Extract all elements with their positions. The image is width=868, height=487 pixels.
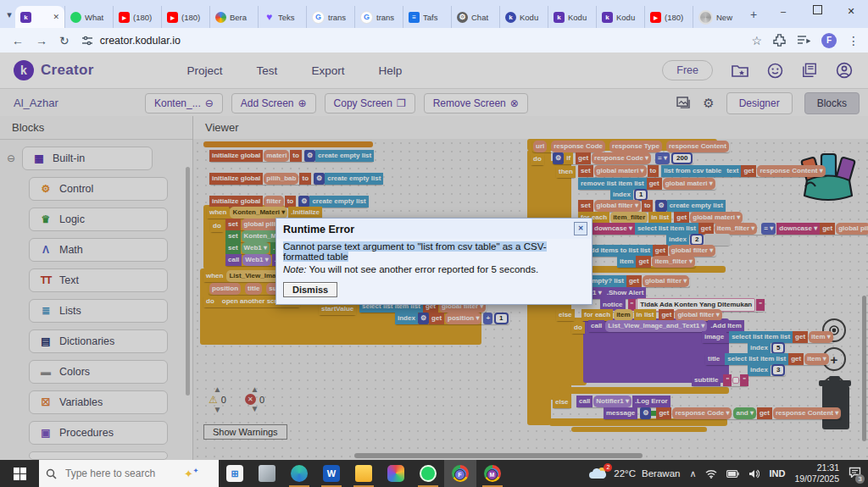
site-settings-icon[interactable] xyxy=(81,35,93,47)
kodular-favicon: k xyxy=(602,12,613,23)
language-indicator[interactable]: IND xyxy=(769,468,785,479)
reading-list-icon[interactable] xyxy=(797,35,810,46)
whatsapp-favicon xyxy=(70,12,81,23)
start-button[interactable] xyxy=(0,460,39,487)
speaker-icon[interactable] xyxy=(748,469,760,479)
file-explorer-icon xyxy=(355,465,372,482)
word-icon: W xyxy=(323,465,340,482)
multi-favicon xyxy=(215,12,226,23)
window-controls: – ✕ xyxy=(766,0,868,22)
tab-title: Kodu xyxy=(568,13,591,22)
profile-badge: F xyxy=(454,469,465,480)
notification-center-icon[interactable]: 3 xyxy=(849,466,861,481)
forward-icon[interactable]: → xyxy=(36,34,47,47)
back-icon[interactable]: ← xyxy=(12,34,24,47)
bookmark-star-icon[interactable]: ☆ xyxy=(751,34,762,47)
krnd-favicon: k xyxy=(505,12,516,23)
profile-avatar[interactable]: F xyxy=(821,33,837,48)
dismiss-button[interactable]: Dismiss xyxy=(283,282,337,297)
bing-sparkle-icon: ✦✦ xyxy=(184,468,198,480)
browser-tab[interactable]: What xyxy=(64,6,113,28)
browser-tab[interactable]: kKodu xyxy=(548,6,596,28)
windows-taskbar: ✦✦ ⊞WFM 2 22°C Berawan ∧ IND 21:31 19/07… xyxy=(0,460,868,487)
system-window-icon xyxy=(259,465,275,482)
edge-browser-icon[interactable] xyxy=(283,460,315,487)
tab-title: Kodu xyxy=(616,13,639,22)
browser-tab[interactable]: Bera xyxy=(209,6,258,28)
tab-title: What xyxy=(85,13,108,22)
whatsapp-icon[interactable] xyxy=(412,460,444,487)
url-box[interactable]: creator.kodular.io xyxy=(81,35,740,47)
browser-address-bar: ← → ↻ creator.kodular.io ☆ F ⋮ xyxy=(0,28,868,53)
chrome-profile-m-icon[interactable]: M xyxy=(476,460,509,487)
notification-badge: 3 xyxy=(855,474,865,484)
microsoft-store-icon[interactable]: ⊞ xyxy=(219,460,251,487)
chrome-profile-f-icon: F xyxy=(452,465,469,482)
browser-menu-icon[interactable]: ⋮ xyxy=(848,34,860,47)
tab-title: (180) xyxy=(181,13,204,22)
browser-tab[interactable]: Gtrans xyxy=(306,6,354,28)
system-window-icon[interactable] xyxy=(251,460,283,487)
browser-tab[interactable]: kKodu xyxy=(499,6,548,28)
taskbar-clock[interactable]: 21:31 19/07/2025 xyxy=(794,462,839,484)
weather-widget[interactable]: 2 22°C Berawan xyxy=(589,467,680,481)
dialog-close-icon[interactable]: ✕ xyxy=(574,222,587,235)
tab-close-icon[interactable]: ✕ xyxy=(53,13,59,21)
taskbar-search[interactable]: ✦✦ xyxy=(39,460,219,487)
close-window-button[interactable]: ✕ xyxy=(834,0,868,22)
address-bar-actions: ☆ F ⋮ xyxy=(751,33,868,48)
google-favicon: G xyxy=(312,11,325,24)
tray-chevron-icon[interactable]: ∧ xyxy=(689,468,696,479)
edge-browser-icon xyxy=(291,465,308,482)
tab-title: New xyxy=(716,13,736,22)
reload-icon[interactable]: ↻ xyxy=(59,34,70,47)
word-icon[interactable]: W xyxy=(315,460,348,487)
weather-cloud-icon: 2 xyxy=(589,467,608,481)
tab-title: trans xyxy=(328,13,349,22)
browser-tab[interactable]: ⚙Chat xyxy=(451,6,499,28)
browser-tab-strip: ▾ k✕What▶(180)▶(180)Bera♥TeksGtransGtran… xyxy=(0,0,868,28)
tab-title: (180) xyxy=(665,13,687,22)
browser-tab[interactable]: Gtrans xyxy=(354,6,403,28)
search-icon xyxy=(46,468,57,479)
minimize-button[interactable]: – xyxy=(766,0,800,22)
dialog-title: Runtime Error ✕ xyxy=(276,219,592,239)
maximize-button[interactable] xyxy=(800,0,834,22)
browser-tab[interactable]: ▶(180) xyxy=(113,6,161,28)
url-text: creator.kodular.io xyxy=(100,35,181,47)
weather-temp: 22°C xyxy=(614,468,636,479)
tab-search-chevron-icon[interactable]: ▾ xyxy=(5,4,14,25)
weather-badge: 2 xyxy=(604,463,612,472)
microsoft-store-icon: ⊞ xyxy=(226,465,243,482)
battery-icon[interactable] xyxy=(726,470,739,478)
runtime-error-dialog: Runtime Error ✕ Cannot parse text argume… xyxy=(275,218,593,305)
search-input[interactable] xyxy=(64,467,177,480)
browser-tab[interactable]: ♥Teks xyxy=(258,6,306,28)
weather-desc: Berawan xyxy=(642,468,680,479)
browser-tab[interactable]: kKodu xyxy=(596,6,644,28)
browser-tab[interactable]: k✕ xyxy=(15,6,64,28)
gear-favicon: ⚙ xyxy=(457,12,468,23)
new-tab-button[interactable]: + xyxy=(744,5,763,24)
file-explorer-icon[interactable] xyxy=(348,460,380,487)
chrome-profile-f-icon[interactable]: F xyxy=(444,460,476,487)
profile-badge: M xyxy=(487,469,498,480)
clock-date: 19/07/2025 xyxy=(794,473,839,484)
tab-list: k✕What▶(180)▶(180)Bera♥TeksGtransGtrans≡… xyxy=(15,6,741,28)
tab-title: (180) xyxy=(133,13,156,22)
photos-icon[interactable] xyxy=(380,460,412,487)
browser-tab[interactable]: ▶(180) xyxy=(161,6,209,28)
tab-title: trans xyxy=(376,13,398,22)
extensions-icon[interactable] xyxy=(773,34,786,47)
youtube-favicon: ▶ xyxy=(167,12,178,23)
browser-tab[interactable]: ≡Tafs xyxy=(403,6,451,28)
tab-title: Chat xyxy=(471,13,494,22)
photos-icon xyxy=(387,465,404,482)
tab-title: Kodu xyxy=(520,13,542,22)
chrome-favicon xyxy=(698,10,713,25)
browser-tab[interactable]: ▶(180) xyxy=(644,6,693,28)
browser-tab[interactable]: New xyxy=(693,6,741,28)
clock-time: 21:31 xyxy=(817,462,839,473)
error-message: Cannot parse text argument to "list from… xyxy=(283,241,547,262)
wifi-icon[interactable] xyxy=(705,469,717,479)
